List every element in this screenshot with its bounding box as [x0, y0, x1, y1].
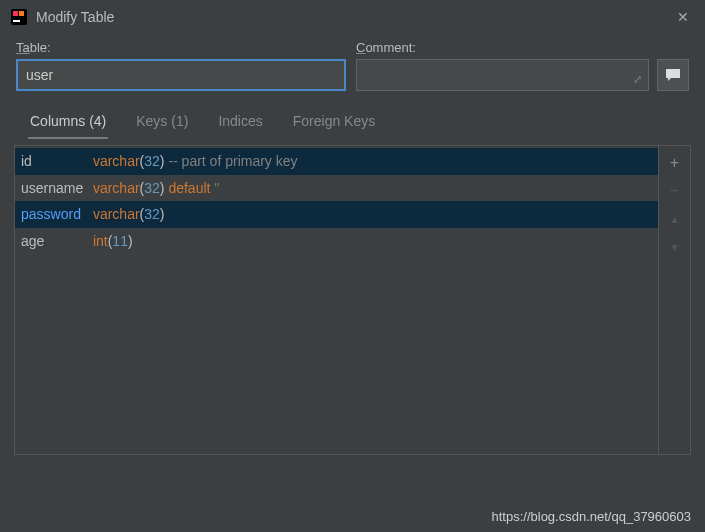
comment-label: Comment:	[356, 40, 689, 55]
add-column-button[interactable]: +	[664, 152, 686, 174]
table-row[interactable]: password varchar(32)	[15, 201, 658, 228]
tab-foreign-keys[interactable]: Foreign Keys	[291, 107, 377, 139]
table-row[interactable]: age int(11)	[15, 228, 658, 255]
table-name-input[interactable]	[16, 59, 346, 91]
comment-input[interactable]: ⤢	[356, 59, 649, 91]
tabs: Columns (4)Keys (1)IndicesForeign Keys	[0, 107, 705, 139]
columns-list[interactable]: id varchar(32) -- part of primary keyuse…	[15, 146, 658, 454]
move-down-button[interactable]: ▼	[664, 236, 686, 258]
table-row[interactable]: id varchar(32) -- part of primary key	[15, 148, 658, 175]
table-field-group: Table:	[16, 40, 346, 91]
tab-columns[interactable]: Columns (4)	[28, 107, 108, 139]
window-title: Modify Table	[36, 9, 671, 25]
tab-indices[interactable]: Indices	[216, 107, 264, 139]
tab-keys[interactable]: Keys (1)	[134, 107, 190, 139]
columns-panel: id varchar(32) -- part of primary keyuse…	[14, 145, 691, 455]
close-icon[interactable]: ✕	[671, 7, 695, 27]
svg-rect-1	[13, 11, 18, 16]
app-icon	[10, 8, 28, 26]
table-label: Table:	[16, 40, 346, 55]
watermark: https://blog.csdn.net/qq_37960603	[492, 509, 692, 524]
remove-column-button[interactable]: −	[664, 180, 686, 202]
svg-rect-2	[19, 11, 24, 16]
comment-popup-button[interactable]	[657, 59, 689, 91]
svg-rect-3	[13, 20, 20, 22]
comment-field-group: Comment: ⤢	[356, 40, 689, 91]
table-row[interactable]: username varchar(32) default ''	[15, 175, 658, 202]
titlebar: Modify Table ✕	[0, 0, 705, 34]
move-up-button[interactable]: ▲	[664, 208, 686, 230]
column-actions: + − ▲ ▼	[658, 146, 690, 454]
form-row: Table: Comment: ⤢	[0, 34, 705, 101]
expand-icon[interactable]: ⤢	[633, 73, 642, 86]
